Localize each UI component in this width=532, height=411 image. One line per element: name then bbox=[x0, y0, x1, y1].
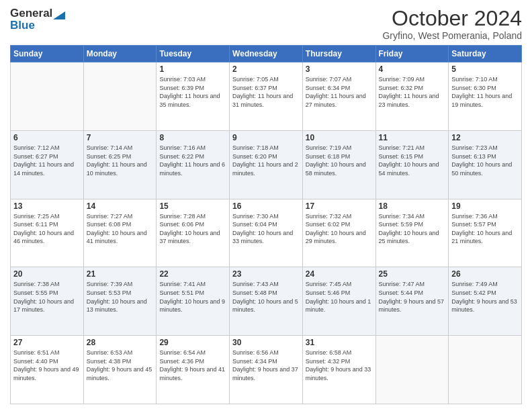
day-info: Sunrise: 7:38 AM Sunset: 5:55 PM Dayligh… bbox=[13, 280, 81, 314]
day-number: 4 bbox=[379, 64, 446, 74]
day-cell: 12Sunrise: 7:23 AM Sunset: 6:13 PM Dayli… bbox=[449, 130, 522, 199]
day-info: Sunrise: 6:51 AM Sunset: 4:40 PM Dayligh… bbox=[13, 349, 81, 382]
day-cell: 24Sunrise: 7:45 AM Sunset: 5:46 PM Dayli… bbox=[302, 267, 375, 336]
day-cell: 27Sunrise: 6:51 AM Sunset: 4:40 PM Dayli… bbox=[11, 336, 84, 404]
day-number: 23 bbox=[232, 269, 300, 279]
day-info: Sunrise: 7:18 AM Sunset: 6:20 PM Dayligh… bbox=[232, 144, 300, 177]
day-info: Sunrise: 7:10 AM Sunset: 6:30 PM Dayligh… bbox=[451, 75, 519, 109]
day-number: 9 bbox=[232, 133, 300, 142]
day-number: 19 bbox=[451, 201, 519, 211]
day-cell bbox=[83, 62, 157, 131]
day-number: 25 bbox=[379, 269, 446, 279]
day-number: 11 bbox=[379, 133, 446, 142]
day-number: 21 bbox=[87, 269, 154, 279]
header-monday: Monday bbox=[83, 46, 157, 62]
logo: General Blue bbox=[10, 7, 65, 32]
header-wednesday: Wednesday bbox=[230, 46, 303, 62]
day-cell: 22Sunrise: 7:41 AM Sunset: 5:51 PM Dayli… bbox=[157, 267, 230, 336]
day-cell: 6Sunrise: 7:12 AM Sunset: 6:27 PM Daylig… bbox=[11, 130, 84, 199]
day-info: Sunrise: 7:12 AM Sunset: 6:27 PM Dayligh… bbox=[13, 144, 81, 177]
header-saturday: Saturday bbox=[449, 46, 522, 62]
month-title: October 2024 bbox=[382, 7, 522, 30]
day-cell: 25Sunrise: 7:47 AM Sunset: 5:44 PM Dayli… bbox=[375, 267, 449, 336]
day-cell: 30Sunrise: 6:56 AM Sunset: 4:34 PM Dayli… bbox=[230, 336, 303, 404]
day-number: 22 bbox=[159, 269, 226, 279]
header: General Blue October 2024 Gryfino, West … bbox=[10, 7, 522, 41]
day-cell: 29Sunrise: 6:54 AM Sunset: 4:36 PM Dayli… bbox=[157, 336, 230, 404]
day-cell: 17Sunrise: 7:32 AM Sunset: 6:02 PM Dayli… bbox=[302, 199, 375, 267]
day-info: Sunrise: 7:45 AM Sunset: 5:46 PM Dayligh… bbox=[306, 280, 373, 314]
day-cell: 13Sunrise: 7:25 AM Sunset: 6:11 PM Dayli… bbox=[11, 199, 84, 267]
day-info: Sunrise: 6:58 AM Sunset: 4:32 PM Dayligh… bbox=[306, 349, 373, 382]
day-info: Sunrise: 6:54 AM Sunset: 4:36 PM Dayligh… bbox=[159, 349, 226, 382]
day-cell: 7Sunrise: 7:14 AM Sunset: 6:25 PM Daylig… bbox=[83, 130, 157, 199]
day-cell: 11Sunrise: 7:21 AM Sunset: 6:15 PM Dayli… bbox=[375, 130, 449, 199]
week-row-4: 27Sunrise: 6:51 AM Sunset: 4:40 PM Dayli… bbox=[11, 336, 522, 404]
week-row-1: 6Sunrise: 7:12 AM Sunset: 6:27 PM Daylig… bbox=[11, 130, 522, 199]
day-info: Sunrise: 7:03 AM Sunset: 6:39 PM Dayligh… bbox=[159, 75, 226, 109]
calendar-table: Sunday Monday Tuesday Wednesday Thursday… bbox=[10, 45, 522, 404]
day-cell: 19Sunrise: 7:36 AM Sunset: 5:57 PM Dayli… bbox=[449, 199, 522, 267]
header-friday: Friday bbox=[375, 46, 449, 62]
day-cell: 20Sunrise: 7:38 AM Sunset: 5:55 PM Dayli… bbox=[11, 267, 84, 336]
day-info: Sunrise: 7:27 AM Sunset: 6:08 PM Dayligh… bbox=[87, 212, 154, 246]
day-cell: 21Sunrise: 7:39 AM Sunset: 5:53 PM Dayli… bbox=[83, 267, 157, 336]
day-cell: 8Sunrise: 7:16 AM Sunset: 6:22 PM Daylig… bbox=[157, 130, 230, 199]
day-info: Sunrise: 7:47 AM Sunset: 5:44 PM Dayligh… bbox=[379, 280, 446, 314]
day-number: 26 bbox=[451, 269, 519, 279]
day-cell: 1Sunrise: 7:03 AM Sunset: 6:39 PM Daylig… bbox=[157, 62, 230, 131]
day-info: Sunrise: 7:21 AM Sunset: 6:15 PM Dayligh… bbox=[379, 144, 446, 177]
day-info: Sunrise: 7:30 AM Sunset: 6:04 PM Dayligh… bbox=[232, 212, 300, 246]
day-info: Sunrise: 7:28 AM Sunset: 6:06 PM Dayligh… bbox=[159, 212, 226, 246]
day-number: 16 bbox=[232, 201, 300, 211]
logo-icon bbox=[53, 7, 65, 19]
day-number: 13 bbox=[13, 201, 81, 211]
day-cell: 10Sunrise: 7:19 AM Sunset: 6:18 PM Dayli… bbox=[302, 130, 375, 199]
week-row-2: 13Sunrise: 7:25 AM Sunset: 6:11 PM Dayli… bbox=[11, 199, 522, 267]
title-section: October 2024 Gryfino, West Pomerania, Po… bbox=[382, 7, 522, 41]
day-number: 29 bbox=[159, 338, 226, 347]
day-info: Sunrise: 7:41 AM Sunset: 5:51 PM Dayligh… bbox=[159, 280, 226, 314]
weekday-header-row: Sunday Monday Tuesday Wednesday Thursday… bbox=[11, 46, 522, 62]
day-info: Sunrise: 7:36 AM Sunset: 5:57 PM Dayligh… bbox=[451, 212, 519, 246]
logo-general: General bbox=[10, 7, 52, 20]
day-number: 8 bbox=[159, 133, 226, 142]
day-number: 3 bbox=[306, 64, 373, 74]
day-info: Sunrise: 7:09 AM Sunset: 6:32 PM Dayligh… bbox=[379, 75, 446, 109]
day-info: Sunrise: 7:16 AM Sunset: 6:22 PM Dayligh… bbox=[159, 144, 226, 177]
day-number: 2 bbox=[232, 64, 300, 74]
day-number: 12 bbox=[451, 133, 519, 142]
day-cell: 9Sunrise: 7:18 AM Sunset: 6:20 PM Daylig… bbox=[230, 130, 303, 199]
day-number: 6 bbox=[13, 133, 81, 142]
day-info: Sunrise: 7:25 AM Sunset: 6:11 PM Dayligh… bbox=[13, 212, 81, 246]
header-tuesday: Tuesday bbox=[157, 46, 230, 62]
calendar-page: General Blue October 2024 Gryfino, West … bbox=[0, 0, 532, 411]
day-info: Sunrise: 7:43 AM Sunset: 5:48 PM Dayligh… bbox=[232, 280, 300, 314]
day-info: Sunrise: 7:34 AM Sunset: 5:59 PM Dayligh… bbox=[379, 212, 446, 246]
day-cell: 16Sunrise: 7:30 AM Sunset: 6:04 PM Dayli… bbox=[230, 199, 303, 267]
logo-blue: Blue bbox=[10, 19, 35, 32]
day-info: Sunrise: 6:53 AM Sunset: 4:38 PM Dayligh… bbox=[87, 349, 154, 382]
day-cell: 4Sunrise: 7:09 AM Sunset: 6:32 PM Daylig… bbox=[375, 62, 449, 131]
header-thursday: Thursday bbox=[302, 46, 375, 62]
week-row-3: 20Sunrise: 7:38 AM Sunset: 5:55 PM Dayli… bbox=[11, 267, 522, 336]
day-cell: 3Sunrise: 7:07 AM Sunset: 6:34 PM Daylig… bbox=[302, 62, 375, 131]
day-number: 24 bbox=[306, 269, 373, 279]
day-number: 27 bbox=[13, 338, 81, 347]
day-number: 5 bbox=[451, 64, 519, 74]
day-info: Sunrise: 7:19 AM Sunset: 6:18 PM Dayligh… bbox=[306, 144, 373, 177]
day-number: 15 bbox=[159, 201, 226, 211]
day-cell: 26Sunrise: 7:49 AM Sunset: 5:42 PM Dayli… bbox=[449, 267, 522, 336]
day-info: Sunrise: 7:14 AM Sunset: 6:25 PM Dayligh… bbox=[87, 144, 154, 177]
week-row-0: 1Sunrise: 7:03 AM Sunset: 6:39 PM Daylig… bbox=[11, 62, 522, 131]
day-cell: 28Sunrise: 6:53 AM Sunset: 4:38 PM Dayli… bbox=[83, 336, 157, 404]
day-number: 31 bbox=[306, 338, 373, 347]
day-cell bbox=[375, 336, 449, 404]
svg-marker-0 bbox=[53, 11, 65, 19]
day-info: Sunrise: 7:05 AM Sunset: 6:37 PM Dayligh… bbox=[232, 75, 300, 109]
day-cell: 14Sunrise: 7:27 AM Sunset: 6:08 PM Dayli… bbox=[83, 199, 157, 267]
day-number: 7 bbox=[87, 133, 154, 142]
day-cell: 18Sunrise: 7:34 AM Sunset: 5:59 PM Dayli… bbox=[375, 199, 449, 267]
day-cell: 2Sunrise: 7:05 AM Sunset: 6:37 PM Daylig… bbox=[230, 62, 303, 131]
header-sunday: Sunday bbox=[11, 46, 84, 62]
